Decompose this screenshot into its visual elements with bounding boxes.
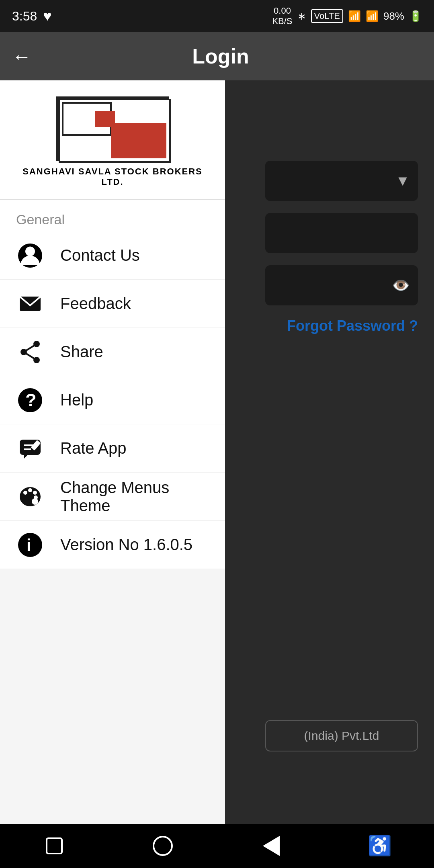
menu-list: Contact Us Feedback (0, 231, 225, 824)
change-theme-label: Change Menus Theme (60, 479, 209, 515)
volte-badge: VoLTE (311, 9, 343, 23)
share-label: Share (60, 343, 103, 361)
dropdown-arrow-icon: ▼ (395, 172, 410, 189)
company-logo-graphic (56, 96, 169, 161)
bottom-navigation: ♿ (0, 824, 434, 868)
eye-icon[interactable]: 👁️ (392, 277, 410, 294)
svg-line-9 (24, 344, 37, 352)
nav-recent-apps-button[interactable] (38, 830, 70, 862)
nav-back-button[interactable] (255, 830, 287, 862)
svg-point-20 (28, 488, 32, 492)
network-speed: 0.00KB/S (272, 6, 292, 27)
nav-home-button[interactable] (147, 830, 179, 862)
company-name: SANGHAVI SAVLA STOCK BROKERS LTD. (12, 166, 213, 187)
menu-item-help[interactable]: ? Help (0, 376, 225, 424)
circle-icon (153, 836, 173, 856)
help-icon: ? (16, 386, 44, 414)
confirm-field[interactable]: 👁️ (265, 265, 418, 305)
forgot-password-link[interactable]: Forgot Password ? (287, 317, 418, 334)
svg-text:?: ? (25, 390, 37, 410)
svg-rect-2 (111, 123, 166, 158)
info-icon: i (16, 531, 44, 559)
menu-item-contact-us[interactable]: Contact Us (0, 231, 225, 280)
feedback-label: Feedback (60, 295, 131, 313)
menu-item-feedback[interactable]: Feedback (0, 280, 225, 328)
svg-line-10 (24, 352, 37, 360)
help-label: Help (60, 391, 93, 409)
signal-icon: 📶 (348, 10, 361, 23)
menu-item-change-theme[interactable]: Change Menus Theme (0, 473, 225, 521)
version-label: Version No 1.6.0.5 (60, 536, 192, 554)
status-bar: 3:58 ♥ 0.00KB/S ∗ VoLTE 📶 📶 98% 🔋 (0, 0, 434, 32)
username-field[interactable]: ▼ (265, 161, 418, 201)
section-label: General (0, 200, 225, 231)
password-field[interactable] (265, 213, 418, 253)
triangle-icon (263, 836, 280, 856)
status-icons: 0.00KB/S ∗ VoLTE 📶 📶 98% 🔋 (272, 6, 422, 27)
svg-point-19 (23, 491, 27, 495)
battery-display: 98% (383, 10, 404, 23)
signal-icon-2: 📶 (366, 10, 379, 23)
health-icon: ♥ (43, 8, 51, 25)
nav-accessibility-button[interactable]: ♿ (364, 830, 396, 862)
menu-item-rate-app[interactable]: Rate App (0, 424, 225, 473)
company-footer: (India) Pvt.Ltd (265, 720, 418, 751)
svg-rect-3 (95, 111, 115, 127)
navigation-drawer: SANGHAVI SAVLA STOCK BROKERS LTD. Genera… (0, 80, 225, 824)
rate-app-label: Rate App (60, 439, 127, 457)
accessibility-icon: ♿ (368, 835, 392, 857)
time-display: 3:58 (12, 9, 37, 24)
mail-icon (16, 290, 44, 318)
svg-point-22 (34, 495, 38, 500)
palette-icon (16, 483, 44, 511)
toolbar: ← Login (0, 32, 434, 80)
contact-us-label: Contact Us (60, 246, 140, 264)
person-icon (16, 242, 44, 270)
svg-text:i: i (27, 536, 31, 555)
svg-marker-13 (24, 455, 28, 459)
square-icon (46, 837, 63, 854)
page-title: Login (43, 44, 398, 68)
menu-item-version: i Version No 1.6.0.5 (0, 521, 225, 569)
svg-point-21 (33, 491, 37, 495)
bluetooth-icon: ∗ (297, 10, 306, 23)
rate-icon (16, 434, 44, 463)
back-button[interactable]: ← (12, 45, 31, 68)
menu-item-share[interactable]: Share (0, 328, 225, 376)
svg-point-4 (25, 246, 35, 256)
share-icon (16, 338, 44, 366)
drawer-logo: SANGHAVI SAVLA STOCK BROKERS LTD. (0, 80, 225, 200)
battery-icon: 🔋 (409, 10, 422, 23)
